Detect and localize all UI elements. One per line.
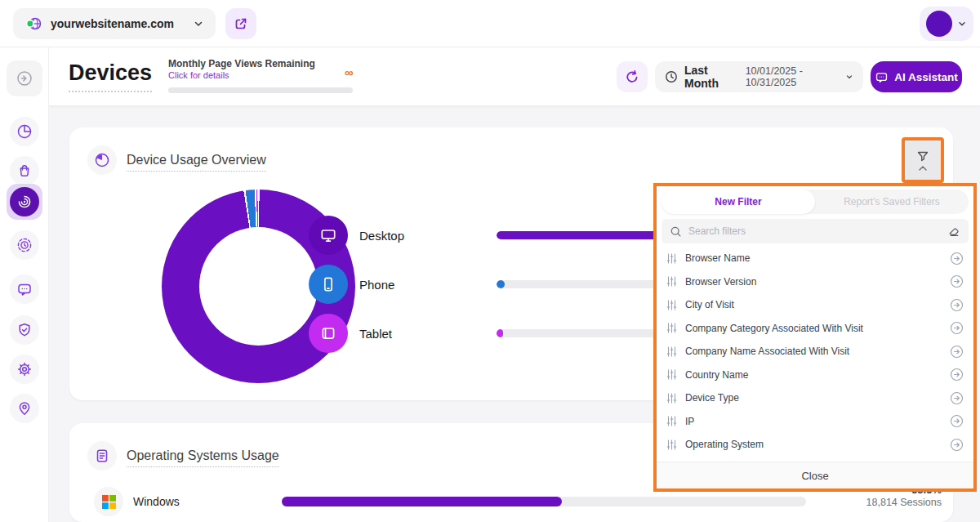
sliders-icon[interactable] [666, 416, 677, 426]
chevron-down-icon [957, 19, 967, 29]
date-preset: Last Month [684, 64, 736, 90]
legend-item-desktop: Desktop [309, 216, 404, 255]
chat-bubble-icon [16, 281, 33, 297]
os-row-label: Windows [133, 495, 180, 508]
legend-item-phone: Phone [309, 265, 394, 304]
refresh-button[interactable] [617, 61, 648, 92]
ai-assistant-label: AI Assistant [894, 71, 958, 83]
eraser-icon[interactable] [947, 225, 960, 238]
filter-row-browser-name[interactable]: Browser Name [662, 247, 969, 270]
arrow-right-circle-icon[interactable] [950, 438, 964, 452]
filter-row-device-type[interactable]: Device Type [662, 386, 969, 410]
shield-check-icon [16, 322, 33, 338]
filter-search [662, 219, 969, 243]
phone-icon [309, 265, 348, 304]
analytics-dashboard: yourwebsitename.com [0, 0, 980, 522]
os-sessions: 18,814 Sessions [866, 497, 942, 508]
radar-icon [10, 187, 39, 216]
sidebar-item-devices[interactable] [7, 184, 42, 220]
filter-row-operating-system[interactable]: Operating System [662, 433, 969, 457]
sidebar-collapse-button[interactable] [7, 60, 42, 96]
website-name: yourwebsitename.com [51, 17, 193, 30]
device-card-title: Device Usage Overview [127, 153, 266, 172]
open-website-button[interactable] [225, 8, 256, 39]
legend-label-desktop: Desktop [359, 229, 404, 243]
user-menu[interactable] [920, 7, 973, 41]
sliders-icon[interactable] [666, 323, 677, 333]
pie-chart-icon [87, 145, 117, 175]
sliders-icon[interactable] [666, 369, 677, 380]
filter-row-browser-version[interactable]: Browser Version [662, 270, 969, 294]
sidebar-item-security[interactable] [10, 315, 39, 345]
filter-row-country-name[interactable]: Country Name [662, 364, 969, 387]
legend-item-tablet: Tablet [309, 314, 392, 353]
legend-label-phone: Phone [359, 278, 394, 292]
windows-logo-icon [94, 487, 123, 516]
avatar [926, 11, 952, 37]
page-header: Devices Monthly Page Views Remaining Cli… [49, 47, 980, 106]
sidebar-item-dashboard[interactable] [10, 117, 39, 146]
chevron-down-icon [845, 73, 853, 81]
funnel-icon [915, 149, 930, 164]
arrow-right-circle-icon[interactable] [950, 391, 964, 405]
sliders-icon[interactable] [666, 276, 677, 287]
filter-list: Browser Name Browser Version City of Vis… [662, 247, 969, 457]
sidebar-item-sessions[interactable] [10, 230, 39, 260]
close-button[interactable]: Close [657, 462, 973, 489]
sliders-icon[interactable] [666, 346, 677, 357]
filter-button[interactable] [902, 137, 944, 183]
filter-row-ip[interactable]: IP [662, 410, 969, 434]
ai-assistant-button[interactable]: AI Assistant [871, 61, 962, 92]
document-list-icon [87, 441, 117, 471]
os-bar-fill [282, 497, 562, 506]
arrow-right-circle-icon[interactable] [950, 252, 964, 265]
arrow-right-circle-icon[interactable] [950, 414, 964, 428]
pie-chart-icon [16, 123, 33, 140]
arrow-right-circle-icon[interactable] [950, 274, 964, 288]
filter-row-city-of-visit[interactable]: City of Visit [662, 293, 969, 317]
filter-panel: New Filter Report's Saved Filters Brow [653, 183, 977, 492]
phone-bar-fill [497, 280, 505, 288]
filter-row-company-name[interactable]: Company Name Associated With Visit [662, 340, 969, 364]
sidebar-item-settings[interactable] [10, 355, 39, 384]
sidebar-item-locations[interactable] [10, 394, 39, 423]
date-range-selector[interactable]: Last Month 10/01/2025 - 10/31/2025 [655, 61, 863, 92]
arrow-right-circle-icon[interactable] [950, 345, 964, 359]
infinity-icon: ∞ [345, 65, 354, 79]
collapse-arrow-icon [16, 70, 33, 87]
quota-widget: Monthly Page Views Remaining Click for d… [168, 58, 356, 80]
sidebar [0, 47, 49, 522]
filter-tabs: New Filter Report's Saved Filters [662, 190, 969, 214]
donut-hole [199, 227, 318, 346]
quota-label: Monthly Page Views Remaining [168, 58, 356, 69]
topbar: yourwebsitename.com [0, 0, 980, 47]
sidebar-item-store[interactable] [10, 156, 39, 185]
sliders-icon[interactable] [666, 300, 677, 310]
shopping-bag-icon [16, 163, 33, 179]
sliders-icon[interactable] [666, 439, 677, 450]
search-input[interactable] [688, 225, 941, 237]
arrow-right-circle-icon[interactable] [950, 321, 964, 335]
arrow-right-circle-icon[interactable] [950, 298, 964, 312]
location-pin-icon [16, 400, 33, 417]
settings-gear-icon [16, 361, 33, 377]
chevron-up-icon [918, 165, 928, 172]
ai-chat-icon [875, 70, 889, 84]
refresh-icon [625, 69, 639, 84]
desktop-icon [309, 216, 348, 255]
website-selector[interactable]: yourwebsitename.com [13, 8, 216, 39]
sliders-icon[interactable] [666, 393, 677, 404]
filter-row-company-category[interactable]: Company Category Associated With Visit [662, 317, 969, 341]
quota-details-link[interactable]: Click for details [168, 70, 356, 80]
page-title: Devices [69, 60, 152, 92]
search-icon [670, 225, 682, 238]
tab-new-filter[interactable]: New Filter [662, 190, 815, 214]
os-card-title: Operating Systems Usage [127, 448, 279, 467]
chevron-down-icon [193, 18, 204, 29]
session-target-icon [16, 237, 33, 253]
sliders-icon[interactable] [666, 253, 677, 264]
sidebar-item-chat[interactable] [10, 274, 39, 304]
tab-saved-filters[interactable]: Report's Saved Filters [815, 190, 969, 214]
clock-icon [665, 70, 678, 83]
arrow-right-circle-icon[interactable] [950, 368, 964, 381]
